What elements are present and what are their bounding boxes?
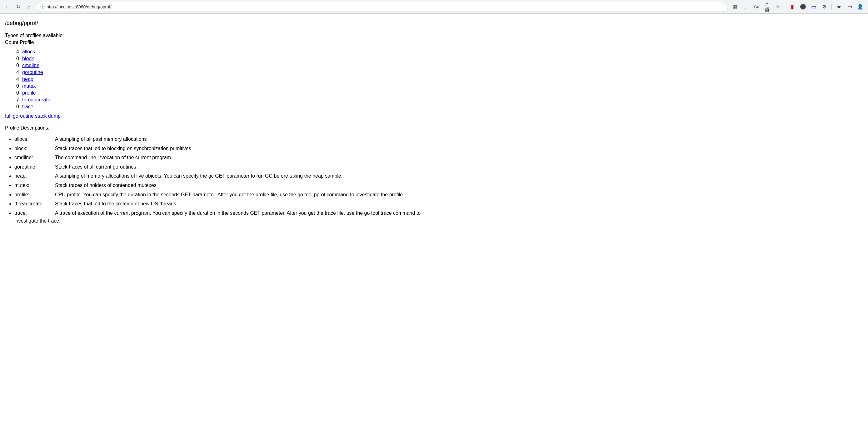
- desc-text: CPU profile. You can specify the duratio…: [55, 192, 404, 197]
- divider-1: [785, 4, 785, 10]
- table-row: 0 profile: [5, 90, 50, 96]
- tab-view-button[interactable]: ▦: [731, 2, 740, 11]
- grid-button[interactable]: ⋮: [741, 2, 750, 11]
- desc-name: allocs:: [14, 135, 55, 143]
- profile-link-profile[interactable]: profile: [22, 90, 36, 96]
- desc-name: heap:: [14, 172, 55, 180]
- nav-buttons: ← ↻ ⌂: [3, 2, 33, 11]
- full-goroutine-dump-link[interactable]: full goroutine stack dump: [5, 113, 61, 119]
- profile-count: 4: [5, 76, 22, 83]
- desc-text: A sampling of all past memory allocation…: [55, 136, 147, 142]
- list-item: goroutine:Stack traces of all current go…: [14, 163, 432, 171]
- profile-count: 0: [5, 62, 22, 69]
- descriptions-heading: Profile Descriptions:: [5, 125, 432, 131]
- collections-button[interactable]: ▭: [845, 2, 854, 11]
- list-item: threadcreate:Stack traces that led to th…: [14, 200, 432, 208]
- descriptions-list: allocs:A sampling of all past memory all…: [5, 135, 432, 225]
- star-button[interactable]: ☆: [773, 2, 782, 11]
- desc-name: goroutine:: [14, 163, 55, 171]
- count-profile-label: Count Profile: [5, 40, 432, 45]
- list-item: heap:A sampling of memory allocations of…: [14, 172, 432, 180]
- desc-text: A trace of execution of the current prog…: [14, 210, 421, 224]
- profile-link-threadcreate[interactable]: threadcreate: [22, 97, 50, 102]
- stop-button[interactable]: ⚫: [798, 2, 808, 11]
- profile-link-trace[interactable]: trace: [22, 104, 33, 109]
- desc-text: Stack traces that led to blocking on syn…: [55, 146, 191, 151]
- page-content: /debug/pprof/ Types of profiles availabl…: [0, 14, 437, 233]
- profile-link-goroutine[interactable]: goroutine: [22, 70, 43, 75]
- desc-name: block:: [14, 144, 55, 153]
- reload-button[interactable]: ↻: [14, 2, 23, 11]
- table-row: 7 threadcreate: [5, 96, 50, 103]
- types-heading: Types of profiles available:: [5, 33, 432, 38]
- profile-link-cell: threadcreate: [22, 96, 50, 103]
- profile-link-cell: mutex: [22, 83, 50, 90]
- desc-name: threadcreate:: [14, 200, 55, 208]
- profile-link-cell: profile: [22, 90, 50, 96]
- desc-text: Stack traces of holders of contended mut…: [55, 182, 157, 188]
- profile-link-cell: allocs: [22, 48, 50, 55]
- desc-text: A sampling of memory allocations of live…: [55, 173, 342, 178]
- table-row: 0 mutex: [5, 83, 50, 90]
- desc-name: trace:: [14, 209, 55, 217]
- font-button[interactable]: Aa: [752, 2, 761, 11]
- table-row: 0 block: [5, 55, 50, 62]
- favorites-button[interactable]: ★: [834, 2, 844, 11]
- profile-link-cell: trace: [22, 103, 50, 110]
- desc-name: profile:: [14, 191, 55, 199]
- desc-text: The command line invocation of the curre…: [55, 155, 171, 160]
- home-button[interactable]: ⌂: [24, 2, 33, 11]
- list-item: cmdline:The command line invocation of t…: [14, 154, 432, 162]
- profile-count: 4: [5, 69, 22, 76]
- profile-link-cell: cmdline: [22, 62, 50, 69]
- profile-link-block[interactable]: block: [22, 56, 34, 61]
- table-row: 4 goroutine: [5, 69, 50, 76]
- list-item: allocs:A sampling of all past memory all…: [14, 135, 432, 143]
- list-item: profile:CPU profile. You can specify the…: [14, 191, 432, 199]
- desc-text: Stack traces that led to the creation of…: [55, 201, 176, 206]
- profile-link-cmdline[interactable]: cmdline: [22, 63, 39, 68]
- back-button[interactable]: ←: [3, 2, 12, 11]
- puzzle-button[interactable]: ⚙: [819, 2, 829, 11]
- info-icon: ⓘ: [40, 4, 45, 10]
- profile-count: 0: [5, 103, 22, 110]
- profile-count: 0: [5, 55, 22, 62]
- profile-link-heap[interactable]: heap: [22, 76, 33, 82]
- profile-count: 0: [5, 90, 22, 96]
- profile-table: 4 allocs 0 block 0 cmdline 4 goroutine 4…: [5, 48, 50, 110]
- url-input[interactable]: [46, 4, 723, 9]
- reader-button[interactable]: ▮: [788, 2, 797, 11]
- page-title: /debug/pprof/: [5, 20, 432, 27]
- profile-link-mutex[interactable]: mutex: [22, 84, 36, 89]
- address-bar[interactable]: ⓘ: [36, 2, 728, 12]
- desc-name: cmdline:: [14, 154, 55, 162]
- browser-toolbar: ← ↻ ⌂ ⓘ ▦ ⋮ Aa 人语 ☆ ▮ ⚫ ▭ ⚙ ★ ▭ 👤: [0, 0, 868, 14]
- profile-link-cell: heap: [22, 76, 50, 83]
- table-row: 0 cmdline: [5, 62, 50, 69]
- profile-count: 0: [5, 83, 22, 90]
- list-item: mutex:Stack traces of holders of contend…: [14, 181, 432, 190]
- table-row: 4 allocs: [5, 48, 50, 55]
- list-item: block:Stack traces that led to blocking …: [14, 144, 432, 153]
- desc-text: Stack traces of all current goroutines: [55, 164, 136, 169]
- list-item: trace:A trace of execution of the curren…: [14, 209, 432, 225]
- profile-link-cell: block: [22, 55, 50, 62]
- profile-link-allocs[interactable]: allocs: [22, 49, 35, 54]
- translate-button[interactable]: 人语: [763, 2, 772, 11]
- profile-link-cell: goroutine: [22, 69, 50, 76]
- table-row: 4 heap: [5, 76, 50, 83]
- toolbar-right: ▦ ⋮ Aa 人语 ☆ ▮ ⚫ ▭ ⚙ ★ ▭ 👤: [731, 2, 865, 11]
- table-row: 0 trace: [5, 103, 50, 110]
- desc-name: mutex:: [14, 181, 55, 190]
- extension-button[interactable]: ▭: [809, 2, 818, 11]
- profile-count: 7: [5, 96, 22, 103]
- profile-button[interactable]: 👤: [856, 2, 865, 11]
- profile-count: 4: [5, 48, 22, 55]
